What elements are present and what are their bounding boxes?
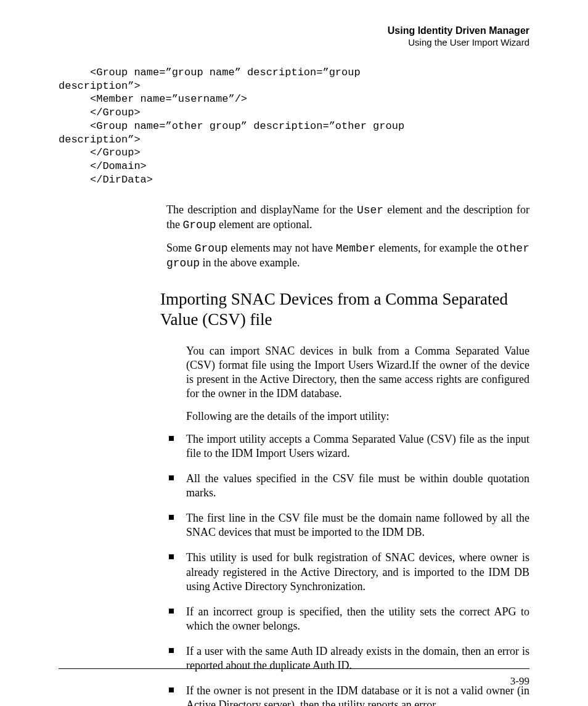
- text: The description and displayName for the: [166, 203, 357, 216]
- code-inline: User: [357, 204, 383, 216]
- page-number: 3-99: [510, 675, 529, 688]
- code-inline: Group: [195, 242, 228, 255]
- running-header: Using Identity Driven Manager Using the …: [59, 25, 529, 49]
- list-item: This utility is used for bulk registrati…: [166, 551, 529, 593]
- paragraph-desc-optional: The description and displayName for the …: [166, 203, 529, 232]
- intro-paragraph-2: Following are the details of the import …: [186, 409, 529, 424]
- list-item: If an incorrect group is specified, then…: [166, 605, 529, 633]
- running-header-title: Using Identity Driven Manager: [59, 25, 529, 37]
- text: Some: [166, 242, 195, 254]
- code-inline: Group: [183, 219, 216, 231]
- list-item: All the values specified in the CSV file…: [166, 472, 529, 500]
- text: elements may not have: [228, 242, 336, 254]
- xml-code-block: <Group name=”group name” description=”gr…: [59, 66, 529, 187]
- content-area: <Group name=”group name” description=”gr…: [166, 66, 529, 706]
- list-item: The import utility accepts a Comma Separ…: [166, 432, 529, 461]
- text: element are optional.: [216, 218, 312, 231]
- section-heading: Importing SNAC Devices from a Comma Sepa…: [160, 289, 529, 331]
- intro-block: You can import SNAC devices in bulk from…: [166, 344, 529, 424]
- bullet-list: The import utility accepts a Comma Separ…: [166, 432, 529, 706]
- code-inline: Member: [336, 242, 376, 255]
- intro-paragraph-1: You can import SNAC devices in bulk from…: [186, 344, 529, 401]
- list-item: The first line in the CSV file must be t…: [166, 511, 529, 540]
- footer-rule: [59, 668, 529, 669]
- text: elements, for example the: [375, 242, 496, 254]
- list-item: If the owner is not present in the IDM d…: [166, 684, 529, 706]
- page: Using Identity Driven Manager Using the …: [0, 0, 588, 706]
- running-header-subtitle: Using the User Import Wizard: [59, 37, 529, 49]
- paragraph-member-elements: Some Group elements may not have Member …: [166, 241, 529, 271]
- text: in the above example.: [200, 257, 300, 269]
